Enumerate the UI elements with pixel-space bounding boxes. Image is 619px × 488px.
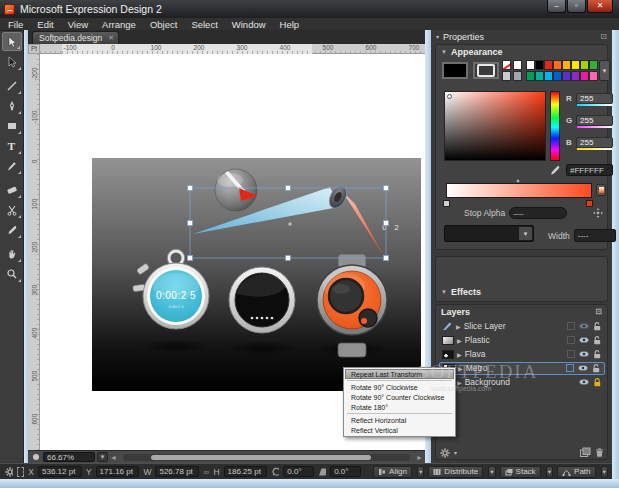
layer-checkbox[interactable] (567, 322, 575, 330)
palette-swatch[interactable] (513, 71, 522, 81)
distribute-dropdown-icon[interactable]: ▼ (488, 466, 495, 478)
saturation-value-picker[interactable] (444, 91, 546, 161)
zoom-dropdown-button[interactable]: ▼ (97, 452, 108, 462)
stroke-width-field[interactable]: ---- (574, 229, 616, 242)
layer-row-flava[interactable]: ▶ Flava (439, 348, 605, 361)
chevron-down-icon[interactable]: ▾ (454, 449, 457, 456)
pan-hand-tool-icon[interactable] (2, 244, 22, 263)
layer-row-background[interactable]: ▶ Background (439, 376, 605, 389)
palette-swatch[interactable] (544, 60, 553, 70)
layer-checkbox[interactable] (567, 350, 575, 358)
palette-swatch[interactable] (571, 71, 580, 81)
palette-swatch[interactable] (513, 60, 522, 70)
rotation-field[interactable]: 0.0° (283, 466, 314, 477)
align-dropdown-icon[interactable]: ▼ (417, 466, 424, 478)
unlock-icon[interactable] (593, 335, 602, 345)
document-tab[interactable]: Softpedia.design ✕ (32, 31, 119, 44)
zoom-level-field[interactable]: 66.67% (43, 452, 95, 462)
expand-arrow-icon[interactable]: ▶ (457, 337, 462, 344)
height-field[interactable]: 186.25 pt (224, 466, 268, 477)
visibility-eye-icon[interactable] (578, 378, 590, 386)
scroll-left-icon[interactable]: ◄ (108, 454, 119, 461)
scroll-right-icon[interactable]: ► (414, 454, 425, 461)
palette-swatch[interactable] (571, 60, 580, 70)
palette-swatch[interactable] (580, 60, 589, 70)
palette-swatch[interactable] (502, 71, 511, 81)
menu-file[interactable]: File (8, 19, 23, 30)
horizontal-scrollbar[interactable] (123, 454, 410, 461)
distribute-button[interactable]: Distribute (428, 466, 483, 478)
eyedropper-tool-icon[interactable] (2, 220, 22, 239)
visibility-eye-icon[interactable] (578, 322, 590, 330)
path-button[interactable]: Path (557, 466, 595, 478)
palette-swatch[interactable] (562, 60, 571, 70)
zoom-tool-icon[interactable] (2, 264, 22, 283)
expand-arrow-icon[interactable]: ▶ (458, 365, 463, 372)
red-value-field[interactable]: 255 (576, 93, 613, 104)
menu-view[interactable]: View (68, 19, 88, 30)
menu-help[interactable]: Help (280, 19, 300, 30)
gradient-stop-start[interactable] (443, 200, 450, 207)
eyedropper-icon[interactable] (549, 164, 561, 177)
stack-button[interactable]: Stack (500, 466, 541, 478)
gradient-stop-end[interactable] (586, 200, 593, 207)
x-position-field[interactable]: 536.12 pt (38, 466, 82, 477)
unlock-icon[interactable] (593, 349, 602, 359)
expand-arrow-icon[interactable]: ▶ (457, 351, 462, 358)
effects-header[interactable]: ▼ Effects (436, 285, 607, 298)
black-watch-object[interactable] (229, 267, 295, 333)
text-tool-icon[interactable]: T (2, 136, 22, 155)
layer-checkbox-selected[interactable] (566, 364, 574, 372)
scissors-tool-icon[interactable] (2, 200, 22, 219)
layers-options-gear-icon[interactable] (439, 447, 451, 459)
palette-swatch[interactable] (535, 71, 544, 81)
eraser-tool-icon[interactable] (2, 180, 22, 199)
lock-icon[interactable] (593, 377, 602, 387)
palette-swatch[interactable] (553, 71, 562, 81)
menu-item-rotate-180[interactable]: Rotate 180° (345, 402, 454, 412)
menu-item-reflect-vertical[interactable]: Reflect Vertical (345, 425, 454, 435)
title-bar[interactable]: Microsoft Expression Design 2 – ▫ ✕ (0, 0, 619, 18)
minimize-button[interactable]: – (547, 0, 566, 13)
unlock-icon[interactable] (592, 363, 601, 373)
skew-field[interactable]: 0.0° (330, 466, 361, 477)
close-button[interactable]: ✕ (587, 0, 613, 13)
artwork-canvas[interactable]: 0 2 0:00:2 5 0:00:1 5 (92, 158, 421, 391)
palette-swatch[interactable] (535, 60, 544, 70)
visibility-eye-icon[interactable] (578, 336, 590, 344)
menu-select[interactable]: Select (191, 19, 217, 30)
layers-header[interactable]: Layers ⊡ (436, 305, 607, 318)
tab-close-icon[interactable]: ✕ (108, 32, 114, 44)
palette-swatch[interactable] (589, 71, 598, 81)
new-layer-icon[interactable] (579, 447, 591, 458)
expand-arrow-icon[interactable]: ▶ (456, 323, 461, 330)
hue-slider[interactable] (550, 91, 560, 161)
vertical-ruler[interactable]: -200 -100 0 100 200 300 400 500 600 (28, 54, 40, 450)
palette-swatch[interactable] (526, 71, 535, 81)
chevron-down-icon[interactable]: ▼ (519, 227, 532, 240)
y-position-field[interactable]: 171.16 pt (96, 466, 140, 477)
width-field[interactable]: 526.78 pt (155, 466, 199, 477)
palette-swatch[interactable] (580, 71, 589, 81)
layer-row-metro[interactable]: ▶ Metro (439, 362, 605, 375)
palette-swatch[interactable] (553, 60, 562, 70)
menu-item-rotate-90-ccw[interactable]: Rotate 90° Counter Clockwise (345, 392, 454, 402)
paintbrush-tool-icon[interactable] (2, 156, 22, 175)
menu-window[interactable]: Window (232, 19, 266, 30)
stroke-style-dropdown[interactable]: ▼ (444, 225, 534, 242)
gradient-direction-icon[interactable] (592, 207, 604, 219)
selection-tool-icon[interactable] (2, 32, 22, 51)
layer-row-slice-layer[interactable]: ▶ Slice Layer (439, 320, 605, 333)
selection-bounds-icon[interactable] (17, 467, 25, 477)
palette-swatch[interactable] (562, 71, 571, 81)
unlock-icon[interactable] (593, 321, 602, 331)
fill-swatch[interactable] (442, 62, 468, 79)
menu-arrange[interactable]: Arrange (102, 19, 136, 30)
link-dimensions-icon[interactable]: ∞ (203, 467, 209, 477)
green-value-field[interactable]: 255 (576, 115, 613, 126)
stack-dropdown-icon[interactable]: ▼ (546, 466, 553, 478)
ruler-unit-box[interactable]: Pt (28, 44, 40, 54)
path-dropdown-icon[interactable]: ▼ (601, 466, 608, 478)
pen-tool-icon[interactable] (2, 96, 22, 115)
menu-edit[interactable]: Edit (37, 19, 53, 30)
